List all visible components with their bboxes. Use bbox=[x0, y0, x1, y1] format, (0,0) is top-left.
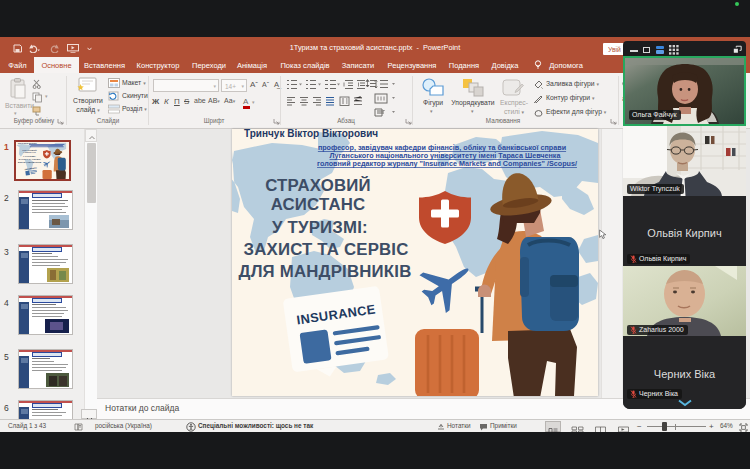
svg-text:У ТУРИЗМІ:: У ТУРИЗМІ: bbox=[23, 155, 36, 157]
svg-text:ЗАХИСТ ТА СЕРВІС: ЗАХИСТ ТА СЕРВІС bbox=[243, 240, 408, 259]
svg-text:ДЛЯ МАНДРІВНИКІВ: ДЛЯ МАНДРІВНИКІВ bbox=[238, 262, 411, 281]
svg-text:СТРАХОВИЙ: СТРАХОВИЙ bbox=[22, 149, 37, 151]
svg-text:ЗАХИСТ ТА СЕРВІС: ЗАХИСТ ТА СЕРВІС bbox=[18, 158, 41, 160]
svg-text:АСИСТАНС: АСИСТАНС bbox=[23, 151, 36, 153]
svg-text:СТРАХОВИЙ: СТРАХОВИЙ bbox=[265, 176, 371, 195]
svg-text:АСИСТАНС: АСИСТАНС bbox=[271, 195, 366, 214]
svg-text:головний редактор журналу "Ins: головний редактор журналу "Insurance Mar… bbox=[317, 159, 577, 168]
svg-text:У ТУРИЗМІ:: У ТУРИЗМІ: bbox=[272, 218, 368, 237]
svg-text:Тринчук Віктор Вікторович: Тринчук Віктор Вікторович bbox=[18, 142, 37, 144]
svg-text:Тринчук Віктор Вікторович: Тринчук Віктор Вікторович bbox=[244, 129, 378, 139]
svg-text:ДЛЯ МАНДРІВНИКІВ: ДЛЯ МАНДРІВНИКІВ bbox=[18, 161, 42, 163]
